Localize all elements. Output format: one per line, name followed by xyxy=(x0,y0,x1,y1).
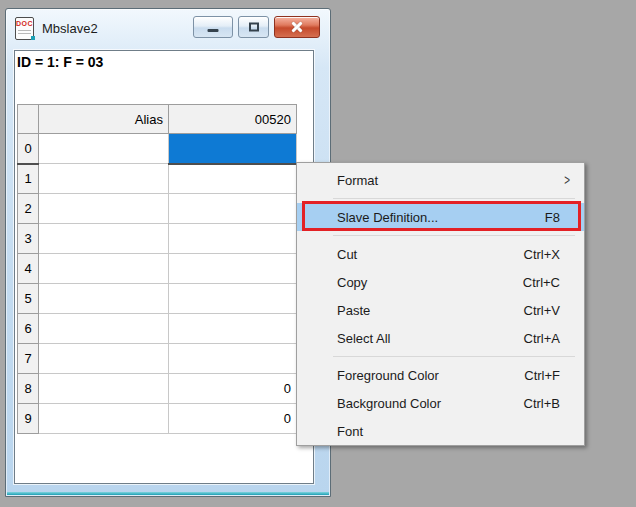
menu-item-label: Copy xyxy=(337,275,523,290)
alias-cell[interactable] xyxy=(39,134,169,164)
window-controls xyxy=(193,16,320,38)
row-number: 6 xyxy=(18,314,39,344)
menu-item-shortcut: Ctrl+B xyxy=(524,396,560,411)
client-area: ID = 1: F = 03 Alias 00520 0 1 2 3 xyxy=(14,50,314,484)
value-cell[interactable] xyxy=(169,284,297,314)
row-number: 8 xyxy=(18,374,39,404)
grid-row: 9 0 xyxy=(18,404,297,434)
value-cell[interactable] xyxy=(169,194,297,224)
grid-row: 0 xyxy=(18,134,297,164)
menu-item-font[interactable]: Font xyxy=(297,417,584,445)
menu-item-format[interactable]: Format> xyxy=(297,166,584,194)
grid-header-row: Alias 00520 xyxy=(18,105,297,134)
value-cell[interactable] xyxy=(169,224,297,254)
alias-cell[interactable] xyxy=(39,194,169,224)
menu-item-label: Cut xyxy=(337,247,524,262)
value-cell[interactable] xyxy=(169,254,297,284)
grid-row: 2 xyxy=(18,194,297,224)
value-cell[interactable] xyxy=(169,314,297,344)
close-icon xyxy=(291,21,304,34)
grid-row: 5 xyxy=(18,284,297,314)
grid-body: 0 1 2 3 4 5 6 7 8 0 9 0 xyxy=(18,134,297,434)
alias-cell[interactable] xyxy=(39,314,169,344)
menu-separator xyxy=(333,356,575,357)
register-grid: Alias 00520 0 1 2 3 4 5 6 7 xyxy=(17,104,297,434)
context-menu: Format>Slave Definition...F8CutCtrl+XCop… xyxy=(296,162,585,446)
grid-row: 3 xyxy=(18,224,297,254)
grid-row: 4 xyxy=(18,254,297,284)
menu-item-copy[interactable]: CopyCtrl+C xyxy=(297,268,584,296)
restore-icon xyxy=(249,23,259,32)
row-number: 9 xyxy=(18,404,39,434)
alias-cell[interactable] xyxy=(39,284,169,314)
menu-separator xyxy=(333,235,575,236)
minimize-button[interactable] xyxy=(193,16,233,38)
row-number: 4 xyxy=(18,254,39,284)
menu-item-slave-definition[interactable]: Slave Definition...F8 xyxy=(297,203,584,231)
menu-item-cut[interactable]: CutCtrl+X xyxy=(297,240,584,268)
grid-corner-header xyxy=(18,105,39,134)
menu-item-label: Select All xyxy=(337,331,524,346)
row-number: 5 xyxy=(18,284,39,314)
menu-item-label: Paste xyxy=(337,303,524,318)
document-icon-label: DOC xyxy=(16,20,33,27)
menu-item-label: Background Color xyxy=(337,396,524,411)
menu-item-label: Font xyxy=(337,424,574,439)
grid-row: 8 0 xyxy=(18,374,297,404)
value-cell[interactable]: 0 xyxy=(169,374,297,404)
row-number: 7 xyxy=(18,344,39,374)
restore-button[interactable] xyxy=(238,16,269,38)
menu-item-label: Slave Definition... xyxy=(337,210,545,225)
alias-cell[interactable] xyxy=(39,224,169,254)
menu-item-foreground-color[interactable]: Foreground ColorCtrl+F xyxy=(297,361,584,389)
selected-value-cell[interactable] xyxy=(169,134,297,164)
row-number: 2 xyxy=(18,194,39,224)
menu-item-label: Foreground Color xyxy=(337,368,524,383)
row-number: 0 xyxy=(18,134,39,164)
minimize-icon xyxy=(208,29,219,32)
status-line: ID = 1: F = 03 xyxy=(17,54,103,70)
menu-item-shortcut: Ctrl+C xyxy=(523,275,560,290)
menu-item-shortcut: Ctrl+X xyxy=(524,247,560,262)
window-title: Mbslave2 xyxy=(42,21,98,36)
grid-row: 7 xyxy=(18,344,297,374)
grid-row: 6 xyxy=(18,314,297,344)
alias-cell[interactable] xyxy=(39,404,169,434)
alias-cell[interactable] xyxy=(39,254,169,284)
menu-item-shortcut: Ctrl+V xyxy=(524,303,560,318)
mbslave-window: DOC Mbslave2 ID = 1: F = 03 Alias 00520 xyxy=(5,8,331,497)
row-number: 1 xyxy=(18,164,39,194)
alias-cell[interactable] xyxy=(39,164,169,194)
alias-column-header[interactable]: Alias xyxy=(39,105,169,134)
titlebar[interactable]: DOC Mbslave2 xyxy=(6,9,330,48)
value-cell[interactable] xyxy=(169,164,297,194)
menu-item-background-color[interactable]: Background ColorCtrl+B xyxy=(297,389,584,417)
grid-row: 1 xyxy=(18,164,297,194)
value-cell[interactable]: 0 xyxy=(169,404,297,434)
value-cell[interactable] xyxy=(169,344,297,374)
menu-item-label: Format xyxy=(337,173,574,188)
menu-item-shortcut: Ctrl+F xyxy=(524,368,560,383)
desktop-background: DOC Mbslave2 ID = 1: F = 03 Alias 00520 xyxy=(0,0,636,507)
menu-separator xyxy=(333,198,575,199)
menu-item-shortcut: F8 xyxy=(545,210,560,225)
submenu-arrow-icon: > xyxy=(564,172,570,188)
value-column-header[interactable]: 00520 xyxy=(169,105,297,134)
menu-item-select-all[interactable]: Select AllCtrl+A xyxy=(297,324,584,352)
menu-item-shortcut: Ctrl+A xyxy=(524,331,560,346)
document-icon: DOC xyxy=(15,17,34,40)
row-number: 3 xyxy=(18,224,39,254)
close-button[interactable] xyxy=(274,16,320,38)
alias-cell[interactable] xyxy=(39,374,169,404)
menu-item-paste[interactable]: PasteCtrl+V xyxy=(297,296,584,324)
alias-cell[interactable] xyxy=(39,344,169,374)
